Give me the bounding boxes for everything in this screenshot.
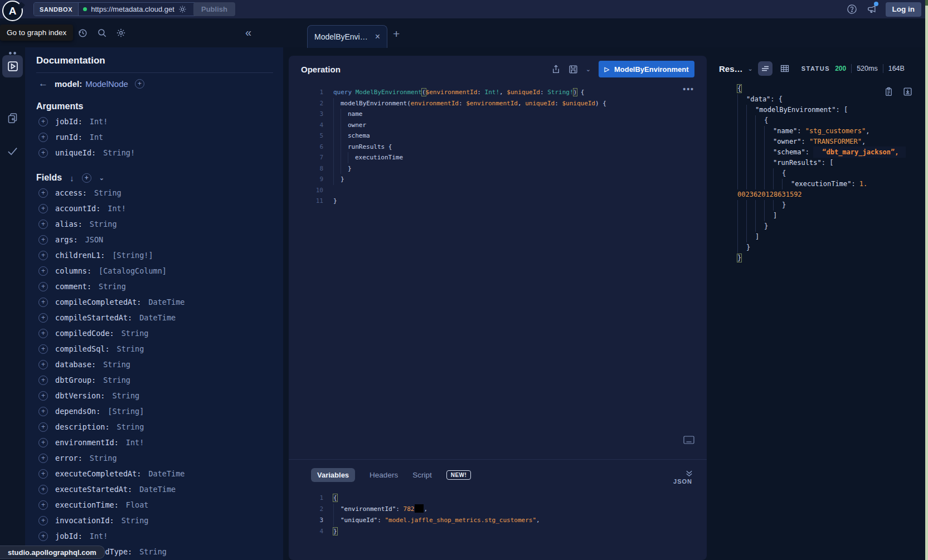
operation-collections-icon[interactable] bbox=[7, 112, 18, 124]
new-tab-button[interactable]: + bbox=[393, 27, 400, 41]
collapse-variables-icon[interactable] bbox=[685, 469, 693, 478]
argument-name[interactable]: runId: bbox=[55, 133, 82, 142]
tab-close-icon[interactable]: × bbox=[375, 32, 380, 42]
add-to-query-button[interactable]: + bbox=[38, 282, 48, 291]
field-type[interactable]: DateTime bbox=[139, 485, 176, 494]
add-to-query-button[interactable]: + bbox=[38, 148, 48, 158]
response-table-view-button[interactable] bbox=[778, 61, 792, 76]
operation-code-line[interactable]: 6runResults { bbox=[289, 142, 707, 153]
save-dropdown-chevron-icon[interactable]: ⌄ bbox=[586, 66, 591, 73]
operation-code-line[interactable]: 3name bbox=[289, 109, 707, 120]
variables-code-line[interactable]: 1{ bbox=[289, 493, 707, 504]
add-to-query-button[interactable]: + bbox=[38, 188, 48, 198]
argument-type[interactable]: String! bbox=[103, 148, 135, 157]
publish-button[interactable]: Publish bbox=[193, 2, 235, 16]
field-name[interactable]: executeCompletedAt: bbox=[55, 469, 141, 478]
add-to-query-button[interactable]: + bbox=[38, 500, 48, 510]
field-type[interactable]: String bbox=[90, 454, 117, 462]
login-button[interactable]: Log in bbox=[886, 2, 922, 17]
field-name[interactable]: access: bbox=[55, 188, 87, 197]
field-type[interactable]: String bbox=[90, 220, 117, 228]
operation-code-line[interactable]: 5schema bbox=[289, 130, 707, 142]
field-type[interactable]: Int! bbox=[108, 204, 126, 213]
add-to-query-button[interactable]: + bbox=[38, 360, 48, 369]
checklist-icon[interactable] bbox=[7, 145, 18, 157]
add-to-query-button[interactable]: + bbox=[38, 469, 48, 479]
settings-gear-icon[interactable] bbox=[116, 28, 126, 38]
operation-code-line[interactable]: 11} bbox=[289, 196, 707, 207]
history-icon[interactable] bbox=[77, 28, 88, 38]
run-operation-button[interactable]: ▷ ModelByEnvironment bbox=[599, 61, 694, 77]
add-to-query-button[interactable]: + bbox=[38, 407, 48, 416]
apollo-logo[interactable]: A bbox=[2, 1, 23, 21]
response-dropdown-chevron-icon[interactable]: ⌄ bbox=[748, 65, 753, 72]
response-pretty-view-button[interactable] bbox=[758, 61, 772, 76]
argument-type[interactable]: Int bbox=[90, 133, 103, 142]
collapse-panel-icon[interactable]: « bbox=[245, 26, 251, 39]
argument-name[interactable]: jobId: bbox=[55, 117, 82, 126]
save-icon[interactable] bbox=[569, 65, 578, 74]
field-name[interactable]: environmentId: bbox=[55, 438, 119, 447]
add-to-query-button[interactable]: + bbox=[38, 329, 48, 338]
field-name[interactable]: jobId: bbox=[55, 532, 82, 540]
help-icon[interactable] bbox=[847, 4, 857, 14]
operation-editor[interactable]: 1query ModelByEnvironment($environmentId… bbox=[289, 87, 707, 207]
add-to-query-button[interactable]: + bbox=[38, 235, 48, 245]
add-to-query-button[interactable]: + bbox=[38, 204, 48, 213]
add-fields-button[interactable]: + bbox=[82, 173, 91, 183]
announcements-megaphone-icon[interactable] bbox=[866, 4, 877, 14]
breadcrumb-type-link[interactable]: ModelNode bbox=[85, 79, 128, 89]
field-type[interactable]: String bbox=[117, 344, 144, 353]
operation-tab[interactable]: ModelByEnvi… × bbox=[307, 25, 387, 48]
operation-code-line[interactable]: 8} bbox=[289, 163, 707, 174]
field-type[interactable]: String bbox=[112, 391, 139, 400]
add-to-query-button[interactable]: + bbox=[38, 422, 48, 432]
field-name[interactable]: args: bbox=[55, 235, 78, 244]
field-type[interactable]: DateTime bbox=[148, 469, 184, 478]
field-type[interactable]: String bbox=[94, 188, 122, 197]
add-to-query-button[interactable]: + bbox=[38, 438, 48, 447]
field-name[interactable]: error: bbox=[55, 454, 82, 462]
field-type[interactable]: String bbox=[103, 360, 130, 369]
field-type[interactable]: String bbox=[139, 547, 167, 556]
add-to-query-button[interactable]: + bbox=[38, 298, 48, 307]
field-name[interactable]: description: bbox=[55, 422, 110, 431]
field-name[interactable]: dbtVersion: bbox=[55, 391, 105, 400]
argument-name[interactable]: uniqueId: bbox=[55, 148, 96, 157]
add-to-query-button[interactable]: + bbox=[38, 313, 48, 323]
field-type[interactable]: [String] bbox=[108, 407, 144, 416]
field-type[interactable]: String bbox=[122, 516, 149, 525]
add-to-query-button[interactable]: + bbox=[38, 133, 48, 142]
add-to-query-button[interactable]: + bbox=[38, 344, 48, 354]
add-to-query-button[interactable]: + bbox=[38, 220, 48, 229]
variables-code-line[interactable]: 2"environmentId": 782, bbox=[289, 504, 707, 515]
field-name[interactable]: compiledCode: bbox=[55, 329, 114, 338]
search-icon[interactable] bbox=[97, 28, 107, 38]
field-name[interactable]: invocationId: bbox=[55, 516, 114, 525]
sort-fields-icon[interactable]: ↓ bbox=[70, 173, 74, 183]
operation-code-line[interactable]: 2modelByEnvironment(environmentId: $envi… bbox=[289, 98, 707, 109]
back-arrow-icon[interactable]: ← bbox=[38, 78, 48, 89]
add-to-query-button[interactable]: + bbox=[38, 266, 48, 276]
field-type[interactable]: Int! bbox=[126, 438, 144, 447]
add-to-query-button[interactable]: + bbox=[38, 532, 48, 541]
field-name[interactable]: columns: bbox=[55, 266, 91, 275]
endpoint-url[interactable]: https://metadata.cloud.get bbox=[91, 5, 174, 13]
endpoint-url-box[interactable]: https://metadata.cloud.get bbox=[79, 3, 198, 16]
tab-headers[interactable]: Headers bbox=[370, 471, 398, 479]
field-type[interactable]: DateTime bbox=[148, 298, 184, 306]
chevron-down-icon[interactable]: ⌄ bbox=[99, 174, 104, 182]
explorer-nav-button[interactable] bbox=[2, 55, 23, 77]
field-type[interactable]: Int! bbox=[90, 532, 108, 540]
field-name[interactable]: childrenL1: bbox=[55, 251, 105, 260]
field-type[interactable]: [CatalogColumn] bbox=[99, 266, 167, 275]
field-type[interactable]: [String!] bbox=[112, 251, 153, 260]
operation-code-line[interactable]: 4owner bbox=[289, 120, 707, 131]
field-name[interactable]: comment: bbox=[55, 282, 91, 291]
share-icon[interactable] bbox=[551, 65, 561, 74]
add-to-query-button[interactable]: + bbox=[38, 376, 48, 385]
tab-variables[interactable]: Variables bbox=[311, 468, 355, 482]
field-name[interactable]: accountId: bbox=[55, 204, 100, 213]
field-type[interactable]: String bbox=[99, 282, 126, 291]
field-name[interactable]: alias: bbox=[55, 220, 82, 228]
